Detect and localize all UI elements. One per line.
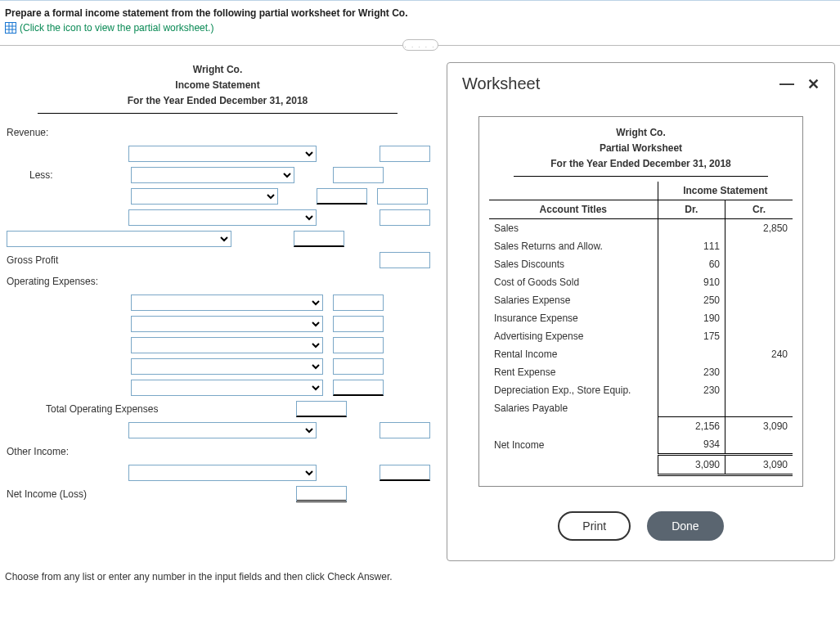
footer-hint: Choose from any list or enter any number… bbox=[0, 566, 840, 587]
table-row: Rent Expense230 bbox=[489, 363, 793, 381]
less-total-input[interactable] bbox=[377, 188, 428, 205]
worksheet-modal: Worksheet — ✕ Wright Co. Partial Workshe… bbox=[447, 62, 835, 561]
ws-subtitle: Partial Worksheet bbox=[489, 141, 793, 156]
table-row: Rental Income240 bbox=[489, 345, 793, 363]
ws-company: Wright Co. bbox=[489, 125, 793, 141]
cogs-select[interactable] bbox=[7, 231, 231, 247]
other-income-select[interactable] bbox=[128, 465, 317, 481]
opex-select-3[interactable] bbox=[131, 337, 323, 353]
table-row: Salaries Expense250 bbox=[489, 291, 793, 309]
col-dr: Dr. bbox=[658, 200, 725, 218]
opex-amt-5[interactable] bbox=[333, 380, 384, 396]
col-cr: Cr. bbox=[725, 200, 793, 218]
close-icon[interactable]: ✕ bbox=[807, 75, 820, 93]
opex-select-5[interactable] bbox=[131, 380, 323, 396]
less-amount-input-2[interactable] bbox=[317, 188, 367, 205]
opex-amt-1[interactable] bbox=[333, 295, 384, 311]
opex-select-4[interactable] bbox=[131, 358, 323, 375]
table-row: Sales Returns and Allow.111 bbox=[489, 237, 793, 255]
col-group: Income Statement bbox=[658, 182, 793, 200]
table-row: Sales2,850 bbox=[489, 218, 793, 237]
stmt-company: Wright Co. bbox=[5, 62, 430, 78]
ws-period: For the Year Ended December 31, 2018 bbox=[489, 156, 793, 172]
less-account-select-1[interactable] bbox=[131, 167, 294, 183]
netincome-title: Net Income bbox=[489, 435, 658, 455]
opex-amt-3[interactable] bbox=[333, 337, 384, 353]
done-button[interactable]: Done bbox=[647, 511, 723, 541]
label-gross-profit: Gross Profit bbox=[5, 254, 125, 266]
income-statement-form: Wright Co. Income Statement For the Year… bbox=[5, 62, 430, 561]
opex-amt-4[interactable] bbox=[333, 358, 384, 375]
less-account-select-2[interactable] bbox=[131, 188, 278, 205]
divider-handle[interactable]: . . . . . bbox=[402, 39, 438, 51]
stmt-title: Income Statement bbox=[5, 78, 430, 93]
table-row: Depreciation Exp., Store Equip.230 bbox=[489, 381, 793, 399]
subtotal-cr: 3,090 bbox=[725, 417, 793, 436]
opex-select-2[interactable] bbox=[131, 316, 323, 332]
table-icon bbox=[5, 22, 16, 34]
col-account: Account Titles bbox=[489, 200, 658, 218]
label-other-income: Other Income: bbox=[5, 446, 250, 457]
print-button[interactable]: Print bbox=[558, 511, 631, 541]
instruction-bar: Prepare a formal income statement from t… bbox=[0, 0, 840, 37]
net-income-amount[interactable] bbox=[296, 486, 347, 502]
opex-amt-2[interactable] bbox=[333, 316, 384, 332]
revenue-amount-input[interactable] bbox=[380, 146, 430, 162]
net-revenue-amount[interactable] bbox=[380, 209, 430, 226]
label-less: Less: bbox=[5, 169, 128, 181]
table-row: Insurance Expense190 bbox=[489, 309, 793, 327]
modal-title: Worksheet bbox=[462, 74, 540, 93]
table-row: Salaries Payable bbox=[489, 399, 793, 417]
stmt-period: For the Year Ended December 31, 2018 bbox=[128, 95, 308, 106]
link-text: (Click the icon to view the partial work… bbox=[20, 22, 213, 34]
table-row: Sales Discounts60 bbox=[489, 255, 793, 273]
view-worksheet-link[interactable]: (Click the icon to view the partial work… bbox=[5, 22, 835, 34]
netincome-cr bbox=[725, 435, 793, 455]
table-row: Advertising Expense175 bbox=[489, 327, 793, 345]
op-income-select[interactable] bbox=[128, 422, 317, 438]
label-opex: Operating Expenses: bbox=[5, 276, 250, 287]
label-total-opex: Total Operating Expenses bbox=[5, 403, 250, 415]
op-income-amount[interactable] bbox=[380, 422, 430, 438]
other-income-amount[interactable] bbox=[380, 465, 430, 481]
instruction-text: Prepare a formal income statement from t… bbox=[5, 7, 835, 19]
netincome-dr: 934 bbox=[658, 435, 725, 455]
total-dr: 3,090 bbox=[658, 455, 725, 475]
subtotal-dr: 2,156 bbox=[658, 417, 725, 436]
label-net-income: Net Income (Loss) bbox=[5, 488, 250, 500]
less-amount-input-1[interactable] bbox=[333, 167, 384, 183]
total-cr: 3,090 bbox=[725, 455, 793, 475]
revenue-account-select[interactable] bbox=[128, 146, 317, 162]
cogs-amount[interactable] bbox=[294, 231, 344, 247]
net-revenue-select[interactable] bbox=[128, 209, 317, 226]
label-revenue: Revenue: bbox=[5, 127, 128, 138]
table-row: Cost of Goods Sold910 bbox=[489, 273, 793, 291]
worksheet-box: Wright Co. Partial Worksheet For the Yea… bbox=[478, 116, 803, 487]
worksheet-table: Income Statement Account Titles Dr. Cr. … bbox=[489, 182, 793, 477]
minimize-icon[interactable]: — bbox=[779, 75, 794, 92]
opex-select-1[interactable] bbox=[131, 295, 323, 311]
gross-profit-amount[interactable] bbox=[380, 252, 430, 268]
total-opex-amount[interactable] bbox=[296, 401, 347, 417]
svg-rect-0 bbox=[6, 23, 16, 34]
section-divider: . . . . . bbox=[0, 45, 840, 46]
